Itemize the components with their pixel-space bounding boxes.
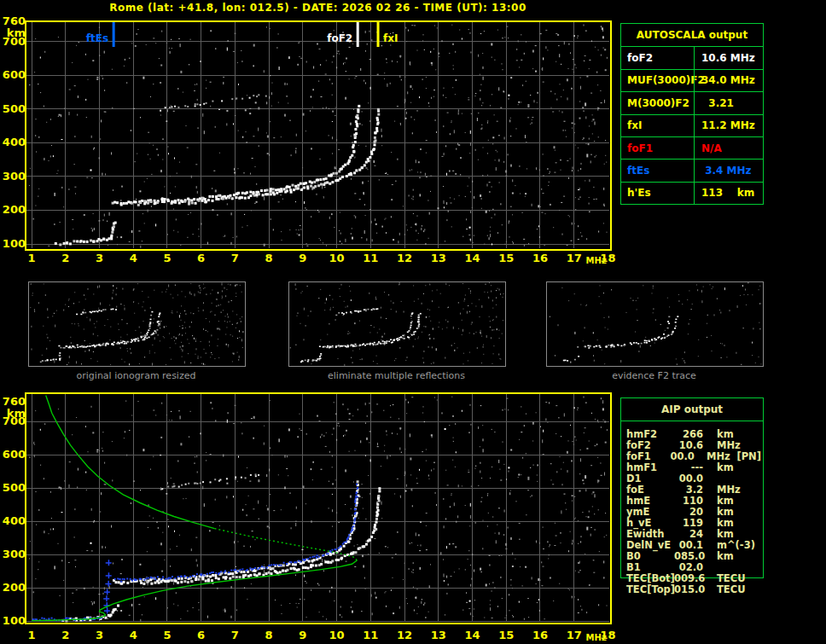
- bottom-plot-x-tick-17: 17: [564, 629, 585, 641]
- param-label: MUF(3000)F2: [621, 70, 694, 91]
- series-electron-density-profile-topside-near-peak: [215, 529, 358, 560]
- top-plot-y-tick-200: 200: [2, 204, 26, 215]
- grid: [26, 394, 609, 622]
- bottom-plot-x-tick-15: 15: [496, 629, 516, 641]
- top-plot-y-tick-500: 500: [2, 103, 26, 114]
- top-plot-x-tick-2: 2: [55, 252, 76, 264]
- autoscala-app-window: Rome (lat: +41.8, lon: 012.5) - DATE: 20…: [0, 0, 826, 644]
- marker-label-foF2: foF2: [327, 32, 352, 44]
- series-F-trace-x-mode: [140, 487, 381, 585]
- param-label: foF1: [621, 137, 694, 159]
- bottom-plot-y-tick-300: 300: [2, 548, 26, 560]
- bottom-plot-x-tick-5: 5: [157, 629, 177, 641]
- top-plot-y-tick-100: 100: [2, 238, 26, 249]
- bottom-plot-x-tick-14: 14: [462, 629, 482, 641]
- param-label: h'Es: [621, 183, 694, 204]
- top-plot-x-tick-10: 10: [327, 252, 347, 264]
- thumbnail-2: [546, 281, 764, 367]
- top-plot-x-unit: MHz: [586, 256, 607, 265]
- table-row: ftEs 3.4 MHz: [621, 159, 763, 181]
- bottom-plot-x-tick-13: 13: [428, 629, 449, 641]
- grid: [26, 22, 609, 248]
- bottom-plot-x-tick-9: 9: [293, 629, 313, 641]
- table-row: M(3000)F2 3.21: [621, 91, 763, 113]
- marker-line-ftEs: [113, 22, 115, 47]
- aip-rows: hmF2266kmfoF210.6MHzfoF100.0MHz[PN]hmF1-…: [626, 429, 761, 595]
- top-plot-x-tick-5: 5: [157, 252, 177, 264]
- param-value: N/A: [694, 137, 763, 159]
- param-label: foF2: [621, 47, 694, 68]
- top-plot-x-tick-13: 13: [428, 252, 449, 264]
- bottom-plot-y-tick-700: 700: [2, 415, 26, 426]
- bottom-plot-x-tick-6: 6: [191, 629, 212, 641]
- bottom-plot-x-unit: MHz: [586, 633, 607, 642]
- scaled_ionogram-canvas: ftEsfoF2fxI: [25, 20, 612, 251]
- autoscala-table-title: AUTOSCALA output: [621, 24, 763, 46]
- top-plot-x-tick-16: 16: [530, 252, 550, 264]
- table-row: h'Es 113 km: [621, 182, 763, 204]
- top-plot-x-tick-6: 6: [191, 252, 212, 264]
- thumbnail-0: [28, 281, 246, 367]
- top-plot-y-tick-760: 760: [2, 15, 26, 26]
- param-value: 3.4 MHz: [694, 160, 763, 181]
- top-plot-x-tick-7: 7: [224, 252, 245, 264]
- series-electron-density-profile-bottomside: [32, 560, 357, 621]
- top-plot-y-tick-300: 300: [2, 171, 26, 182]
- thumbnail-caption: evidence F2 trace: [546, 370, 762, 381]
- param-value: 34.0 MHz: [694, 70, 763, 91]
- top-plot-x-tick-1: 1: [21, 252, 42, 264]
- bottom-plot-x-tick-4: 4: [123, 629, 143, 641]
- aip-row: TEC[Top]015.0TECU: [626, 584, 761, 595]
- bottom-plot-x-tick-8: 8: [259, 629, 279, 641]
- param-value: 3.21: [694, 92, 763, 113]
- bottom-plot-x-tick-1: 1: [21, 629, 42, 641]
- top-plot-x-tick-17: 17: [564, 252, 585, 264]
- bottom-plot-x-tick-11: 11: [360, 629, 381, 641]
- bottom-plot-x-tick-7: 7: [224, 629, 245, 641]
- bottom-plot-y-tick-500: 500: [2, 482, 26, 493]
- bottom-plot-x-tick-3: 3: [89, 629, 109, 641]
- thumbnail-caption: eliminate multiple reflections: [288, 370, 504, 381]
- bottom-plot-y-tick-200: 200: [2, 582, 26, 593]
- marker-label-ftEs: ftEs: [86, 32, 108, 44]
- autoscala-output-table: AUTOSCALA output foF2 10.6 MHz MUF(3000)…: [620, 23, 764, 205]
- top-plot-y-tick-400: 400: [2, 136, 26, 148]
- noise-speckle: [29, 25, 608, 248]
- thumbnail-caption: original ionogram resized: [28, 370, 244, 381]
- top-plot-y-tick-600: 600: [2, 69, 26, 80]
- table-row: fxI 11.2 MHz: [621, 114, 763, 136]
- top-plot-x-tick-14: 14: [462, 252, 482, 264]
- plot-frame: [26, 21, 611, 250]
- param-value: 113 km: [694, 183, 763, 204]
- param-label: M(3000)F2: [621, 92, 694, 113]
- page-title: Rome (lat: +41.8, lon: 012.5) - DATE: 20…: [26, 2, 610, 14]
- top-plot-x-tick-15: 15: [496, 252, 516, 264]
- aip-table-title: AIP output: [621, 398, 763, 421]
- top-plot-x-tick-8: 8: [259, 252, 279, 264]
- param-value: 11.2 MHz: [694, 115, 763, 136]
- top-plot-y-tick-700: 700: [2, 36, 26, 47]
- bottom-plot-y-tick-600: 600: [2, 449, 26, 460]
- table-row: foF1 N/A: [621, 136, 763, 159]
- top-plot-x-tick-4: 4: [123, 252, 143, 264]
- table-row: MUF(3000)F2 34.0 MHz: [621, 69, 763, 91]
- bottom-plot-y-tick-760: 760: [2, 396, 26, 407]
- plot-frame: [26, 393, 611, 624]
- marker-line-fxI: [377, 22, 380, 47]
- top-plot-x-tick-11: 11: [360, 252, 381, 264]
- bottom-plot-x-tick-12: 12: [394, 629, 415, 641]
- thumbnail-1: [288, 281, 506, 367]
- series-electron-density-profile-topside: [46, 396, 215, 529]
- bottom-plot-x-tick-16: 16: [530, 629, 550, 641]
- bottom-plot-x-tick-2: 2: [55, 629, 76, 641]
- top-plot-x-tick-3: 3: [89, 252, 109, 264]
- bottom-plot-y-tick-100: 100: [2, 615, 26, 626]
- table-row: foF2 10.6 MHz: [621, 46, 763, 68]
- marker-line-foF2: [357, 22, 359, 47]
- param-label: fxI: [621, 115, 694, 136]
- bottom-plot-y-tick-400: 400: [2, 515, 26, 526]
- param-value: 10.6 MHz: [694, 47, 763, 68]
- param-label: ftEs: [621, 160, 694, 181]
- top-plot-x-tick-12: 12: [394, 252, 415, 264]
- marker-label-fxI: fxI: [383, 32, 398, 44]
